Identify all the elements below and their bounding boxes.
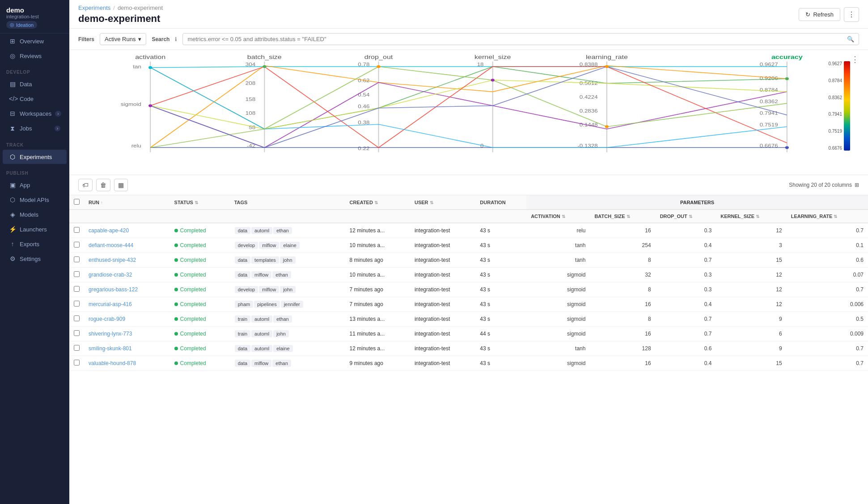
run-link[interactable]: rogue-crab-909 bbox=[89, 316, 125, 322]
sidebar-item-models[interactable]: ◈ Models bbox=[3, 207, 67, 222]
chart-area: ⋮ activation batch_size drop_out kernel_… bbox=[69, 50, 868, 175]
status-dot bbox=[174, 244, 178, 247]
svg-text:tan: tan bbox=[133, 64, 141, 70]
svg-point-44 bbox=[377, 65, 381, 68]
run-link[interactable]: mercurial-asp-416 bbox=[89, 301, 132, 307]
sidebar-item-code[interactable]: </> Code bbox=[3, 92, 67, 106]
select-all-header[interactable] bbox=[69, 195, 84, 210]
drop-out-header[interactable]: DROP_OUT⇅ bbox=[656, 210, 716, 223]
row-checkbox[interactable] bbox=[74, 330, 80, 336]
row-checkbox[interactable] bbox=[74, 301, 80, 307]
filters-label: Filters bbox=[78, 36, 94, 42]
tags-column-header[interactable]: TAGS bbox=[230, 195, 345, 210]
tag-item: data bbox=[235, 227, 250, 234]
duration-cell: 43 s bbox=[475, 253, 526, 268]
run-column-header[interactable]: RUN↑ bbox=[84, 195, 170, 210]
code-icon: </> bbox=[9, 95, 16, 102]
duration-cell: 43 s bbox=[475, 282, 526, 297]
breadcrumb-experiments[interactable]: Experiments bbox=[78, 4, 110, 11]
search-input[interactable] bbox=[187, 36, 847, 42]
learning-rate-header[interactable]: LEARNING_RATE⇅ bbox=[787, 210, 868, 223]
run-link[interactable]: shivering-lynx-773 bbox=[89, 331, 132, 337]
run-link[interactable]: defiant-moose-444 bbox=[89, 242, 133, 248]
row-checkbox[interactable] bbox=[74, 242, 80, 248]
table-row: rogue-crab-909 Completed trainautomletha… bbox=[69, 312, 868, 327]
experiments-table: RUN↑ STATUS⇅ TAGS CREATED⇅ USER⇅ DURATIO… bbox=[69, 195, 868, 504]
user-column-header[interactable]: USER⇅ bbox=[410, 195, 475, 210]
sort-icon: ⇅ bbox=[627, 214, 630, 219]
workspace-tag[interactable]: ◎ Ideation bbox=[6, 21, 37, 29]
sort-icon: ⇅ bbox=[689, 214, 692, 219]
sidebar-item-model-apis[interactable]: ⬡ Model APIs bbox=[3, 193, 67, 207]
status-badge: Completed bbox=[174, 301, 225, 307]
row-checkbox[interactable] bbox=[74, 227, 80, 233]
exports-icon: ↑ bbox=[9, 240, 16, 248]
batch-size-header[interactable]: BATCH_SIZE⇅ bbox=[590, 210, 655, 223]
run-link[interactable]: gregarious-bass-122 bbox=[89, 286, 138, 293]
overview-icon: ⊞ bbox=[9, 38, 16, 45]
columns-button[interactable]: ▦ bbox=[114, 179, 128, 191]
run-link[interactable]: smiling-skunk-801 bbox=[89, 345, 132, 352]
sidebar-item-overview[interactable]: ⊞ Overview bbox=[3, 34, 67, 48]
kernel-size-header[interactable]: KERNEL_SIZE⇅ bbox=[716, 210, 786, 223]
tag-button[interactable]: 🏷 bbox=[78, 179, 93, 191]
kernel-size-cell: 12 bbox=[716, 268, 786, 282]
learning-rate-cell: 0.009 bbox=[787, 327, 868, 341]
search-input-wrap[interactable]: 🔍 bbox=[182, 33, 859, 45]
run-link[interactable]: capable-ape-420 bbox=[89, 227, 129, 234]
delete-button[interactable]: 🗑 bbox=[96, 179, 110, 191]
sidebar-item-jobs[interactable]: ⧗ Jobs › bbox=[3, 121, 67, 136]
sidebar-item-exports[interactable]: ↑ Exports bbox=[3, 237, 67, 251]
svg-text:0.8362: 0.8362 bbox=[760, 99, 778, 105]
more-options-button[interactable]: ⋮ bbox=[844, 7, 859, 22]
refresh-button[interactable]: ↻ Refresh bbox=[799, 8, 840, 21]
sidebar-item-data[interactable]: ▤ Data bbox=[3, 77, 67, 91]
user-cell: integration-test bbox=[410, 297, 475, 312]
status-dot bbox=[174, 361, 178, 365]
row-checkbox[interactable] bbox=[74, 271, 80, 277]
tags-cell: dataautomlethan bbox=[230, 223, 345, 238]
drop-out-cell: 0.3 bbox=[656, 268, 716, 282]
svg-text:relu: relu bbox=[131, 143, 141, 149]
sidebar-item-app[interactable]: ▣ App bbox=[3, 178, 67, 192]
user-cell: integration-test bbox=[410, 341, 475, 356]
row-checkbox[interactable] bbox=[74, 315, 80, 321]
activation-header[interactable]: ACTIVATION⇅ bbox=[526, 210, 590, 223]
status-column-header[interactable]: STATUS⇅ bbox=[170, 195, 230, 210]
tag-item: pipelines bbox=[254, 301, 279, 308]
batch-size-cell: 16 bbox=[590, 297, 655, 312]
row-checkbox[interactable] bbox=[74, 256, 80, 262]
learning-rate-cell: 0.006 bbox=[787, 297, 868, 312]
sidebar-item-reviews[interactable]: ◎ Reviews bbox=[3, 49, 67, 63]
sort-icon: ⇅ bbox=[374, 200, 378, 205]
chart-more-button[interactable]: ⋮ bbox=[851, 55, 859, 64]
row-checkbox[interactable] bbox=[74, 286, 80, 292]
header-actions: ↻ Refresh ⋮ bbox=[799, 7, 859, 22]
activation-cell: relu bbox=[526, 223, 590, 238]
status-dot bbox=[174, 273, 178, 277]
params-group-header: PARAMETERS bbox=[526, 195, 868, 210]
run-link[interactable]: enthused-snipe-432 bbox=[89, 257, 136, 263]
svg-point-49 bbox=[605, 125, 609, 128]
svg-text:0.2836: 0.2836 bbox=[580, 109, 598, 114]
tag-item: automl bbox=[251, 315, 272, 323]
tag-item: data bbox=[235, 256, 250, 264]
tag-item: mlflow bbox=[259, 242, 279, 249]
active-runs-filter[interactable]: Active Runs ▾ bbox=[100, 33, 146, 45]
sidebar-item-launchers[interactable]: ⚡ Launchers bbox=[3, 222, 67, 236]
svg-point-45 bbox=[491, 79, 495, 81]
sidebar-item-experiments[interactable]: ⬡ Experiments bbox=[3, 150, 67, 164]
columns-layout-icon[interactable]: ⊞ bbox=[855, 182, 859, 188]
select-all-checkbox[interactable] bbox=[74, 199, 80, 205]
tag-item: mlflow bbox=[251, 271, 271, 278]
row-checkbox[interactable] bbox=[74, 360, 80, 365]
batch-size-cell: 8 bbox=[590, 312, 655, 327]
created-column-header[interactable]: CREATED⇅ bbox=[345, 195, 410, 210]
duration-cell: 43 s bbox=[475, 238, 526, 253]
sidebar-item-workspaces[interactable]: ⊟ Workspaces › bbox=[3, 106, 67, 121]
sidebar-item-settings[interactable]: ⚙ Settings bbox=[3, 252, 67, 266]
svg-text:sigmoid: sigmoid bbox=[121, 101, 141, 107]
run-link[interactable]: grandiose-crab-32 bbox=[89, 272, 132, 278]
row-checkbox[interactable] bbox=[74, 345, 80, 351]
run-link[interactable]: valuable-hound-878 bbox=[89, 360, 136, 366]
